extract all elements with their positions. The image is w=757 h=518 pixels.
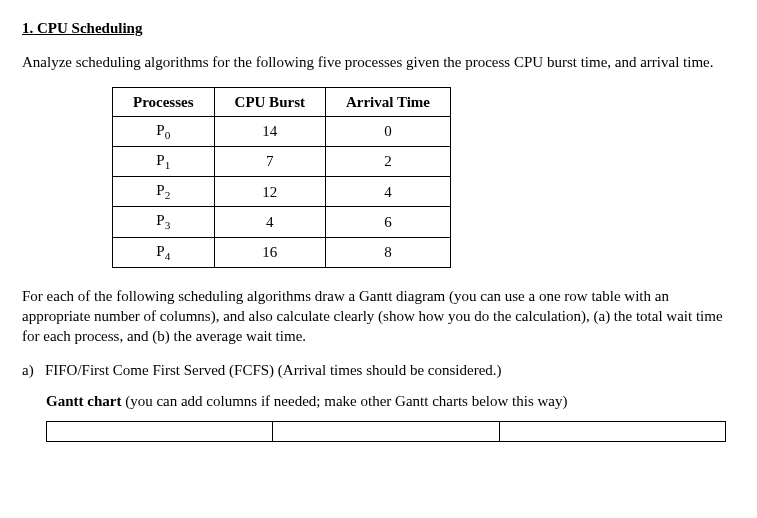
process-subscript: 2 (165, 189, 171, 201)
gantt-chart-table (46, 421, 726, 442)
table-header-row: Processes CPU Burst Arrival Time (113, 87, 451, 116)
process-subscript: 4 (165, 250, 171, 262)
table-row: P346 (113, 207, 451, 237)
process-subscript: 1 (165, 159, 171, 171)
process-table: Processes CPU Burst Arrival Time P0140P1… (112, 87, 451, 268)
table-row: P0140 (113, 116, 451, 146)
arrival-cell: 2 (325, 146, 450, 176)
process-name: P (156, 243, 164, 259)
burst-cell: 12 (214, 177, 325, 207)
process-name: P (156, 212, 164, 228)
burst-cell: 7 (214, 146, 325, 176)
gantt-cell (499, 421, 725, 441)
process-subscript: 3 (165, 219, 171, 231)
process-name-cell: P0 (113, 116, 215, 146)
table-row: P4168 (113, 237, 451, 267)
gantt-cell (273, 421, 499, 441)
process-name-cell: P3 (113, 207, 215, 237)
table-row: P2124 (113, 177, 451, 207)
heading-title: CPU Scheduling (37, 20, 142, 36)
gantt-chart-label: Gantt chart (you can add columns if need… (46, 391, 735, 411)
burst-cell: 16 (214, 237, 325, 267)
burst-cell: 14 (214, 116, 325, 146)
arrival-cell: 8 (325, 237, 450, 267)
gantt-label-paren: (you can add columns if needed; make oth… (125, 393, 567, 409)
col-header-burst: CPU Burst (214, 87, 325, 116)
col-header-processes: Processes (113, 87, 215, 116)
burst-cell: 4 (214, 207, 325, 237)
table-row: P172 (113, 146, 451, 176)
arrival-cell: 4 (325, 177, 450, 207)
gantt-cell (47, 421, 273, 441)
heading-number: 1. (22, 20, 33, 36)
intro-paragraph: Analyze scheduling algorithms for the fo… (22, 52, 735, 72)
part-a: a) FIFO/First Come First Served (FCFS) (… (22, 360, 735, 380)
gantt-label-bold: Gantt chart (46, 393, 121, 409)
arrival-cell: 6 (325, 207, 450, 237)
process-name-cell: P4 (113, 237, 215, 267)
process-name: P (156, 152, 164, 168)
gantt-row (47, 421, 726, 441)
part-a-label: a) (22, 362, 34, 378)
part-a-text: FIFO/First Come First Served (FCFS) (Arr… (45, 362, 502, 378)
process-name-cell: P2 (113, 177, 215, 207)
process-name: P (156, 122, 164, 138)
section-heading: 1. CPU Scheduling (22, 18, 735, 38)
process-subscript: 0 (165, 129, 171, 141)
instructions-paragraph: For each of the following scheduling alg… (22, 286, 735, 347)
arrival-cell: 0 (325, 116, 450, 146)
col-header-arrival: Arrival Time (325, 87, 450, 116)
process-name-cell: P1 (113, 146, 215, 176)
process-name: P (156, 182, 164, 198)
